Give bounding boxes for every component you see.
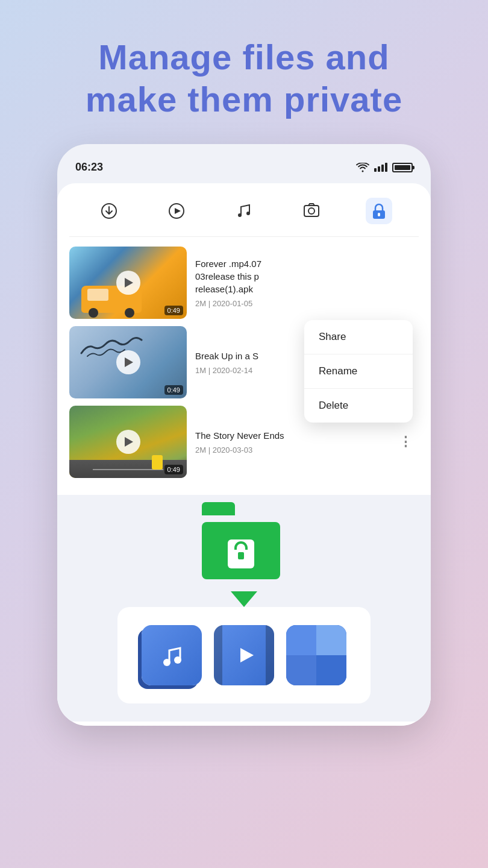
bottom-section xyxy=(57,495,431,722)
svg-marker-10 xyxy=(240,648,254,662)
duration-1: 0:49 xyxy=(164,306,183,315)
file-name-1: Forever .mp4.07 03release this p release… xyxy=(195,257,419,295)
tab-photo[interactable] xyxy=(298,198,325,224)
duration-3: 0:49 xyxy=(164,465,183,474)
file-item-2[interactable]: 0:49 Break Up in a S 1M | 2020-02-14 Sha… xyxy=(69,326,419,398)
svg-point-5 xyxy=(308,208,314,214)
file-name-3: The Story Never Ends xyxy=(195,429,393,442)
thumbnail-1: 0:49 xyxy=(69,247,187,319)
status-icons xyxy=(356,163,413,172)
file-meta-3: 2M | 2020-03-03 xyxy=(195,445,393,454)
status-time: 06:23 xyxy=(75,161,103,174)
tab-bar[interactable] xyxy=(57,198,431,236)
battery-icon xyxy=(392,163,413,172)
file-meta-1: 2M | 2020-01-05 xyxy=(195,299,419,308)
bottom-icon-music[interactable] xyxy=(142,625,202,685)
more-button-3[interactable]: ⋮ xyxy=(393,429,419,454)
svg-point-8 xyxy=(163,659,170,666)
menu-share[interactable]: Share xyxy=(304,320,413,354)
context-menu: Share Rename Delete xyxy=(304,320,413,423)
file-item-1[interactable]: 0:49 Forever .mp4.07 03release this p re… xyxy=(69,247,419,319)
svg-rect-4 xyxy=(304,206,319,216)
tab-music[interactable] xyxy=(231,198,257,224)
svg-point-2 xyxy=(238,213,242,217)
status-bar: 06:23 xyxy=(57,161,431,183)
thumbnail-2: 0:49 xyxy=(69,326,187,398)
bottom-icon-photo[interactable] xyxy=(286,625,346,685)
phone-mockup: 06:23 xyxy=(57,144,431,726)
duration-2: 0:49 xyxy=(164,385,183,395)
menu-delete[interactable]: Delete xyxy=(304,389,413,423)
signal-icon xyxy=(374,163,387,172)
tab-lock[interactable] xyxy=(366,198,392,224)
svg-point-9 xyxy=(174,656,181,664)
svg-point-3 xyxy=(246,212,250,215)
headline: Manage files and make them private xyxy=(61,36,427,120)
svg-rect-7 xyxy=(378,213,380,216)
menu-rename[interactable]: Rename xyxy=(304,354,413,389)
lock-folder-icon xyxy=(202,513,286,597)
tab-play[interactable] xyxy=(163,198,190,224)
tab-download[interactable] xyxy=(96,198,122,224)
file-list: 0:49 Forever .mp4.07 03release this p re… xyxy=(57,237,431,495)
thumbnail-3: 0:49 xyxy=(69,406,187,478)
file-info-3: The Story Never Ends 2M | 2020-03-03 xyxy=(187,429,393,454)
bottom-icon-video[interactable] xyxy=(214,625,274,685)
phone-content: 0:49 Forever .mp4.07 03release this p re… xyxy=(57,183,431,726)
file-info-1: Forever .mp4.07 03release this p release… xyxy=(187,257,419,308)
wifi-icon xyxy=(356,163,369,172)
bottom-icons-panel xyxy=(117,607,371,703)
